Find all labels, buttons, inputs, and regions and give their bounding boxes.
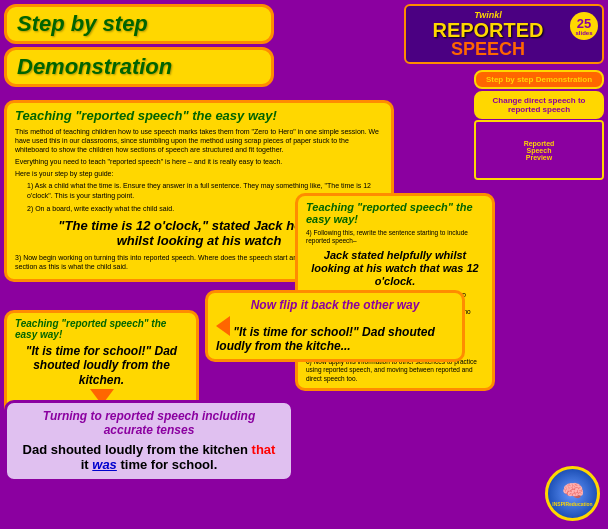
thumbnail-text: ReportedSpeechPreview: [522, 138, 557, 163]
thumbnail-preview: ReportedSpeechPreview: [474, 120, 604, 180]
panel3-heading: Teaching "reported speech" the easy way!: [15, 318, 188, 340]
brain-icon: 🧠: [562, 480, 584, 502]
panel1-para3: Here is your step by step guide:: [15, 169, 383, 178]
inspire-logo: 🧠 INSPIReducation: [545, 466, 600, 521]
was-blue-word: was: [92, 457, 117, 472]
panel-flip-right: Now flip it back the other way "It is ti…: [205, 290, 465, 362]
badge-slides: slides: [575, 30, 592, 36]
panel1-heading: Teaching "reported speech" the easy way!: [15, 108, 383, 123]
thumbnail-inner: ReportedSpeechPreview: [476, 122, 602, 178]
arrow-left-icon: [216, 316, 230, 336]
menu-step-by-step[interactable]: Step by step Demonstration: [474, 70, 604, 89]
title-step-box: Step by step: [4, 4, 274, 44]
panel1-para1: This method of teaching children how to …: [15, 127, 383, 154]
badge-number: 25: [577, 17, 591, 30]
panel3-quote1: "It is time for school!" Dad shouted lou…: [15, 344, 188, 387]
main-title-area: Step by step Demonstration: [4, 4, 274, 87]
top-right-header: Twinkl REPORTED SPEECH 25 slides: [404, 4, 604, 64]
menu-change-direct[interactable]: Change direct speech to reported speech: [474, 91, 604, 119]
header-reported: REPORTED: [410, 20, 566, 40]
header-speech: SPEECH: [410, 40, 566, 58]
title-demo-text: Demonstration: [17, 54, 172, 79]
title-step-text: Step by step: [17, 11, 148, 36]
panel4-heading: Turning to reported speech including acc…: [17, 409, 281, 438]
panel5-heading: Now flip it back the other way: [216, 298, 454, 312]
panel2-step4: 4) Following this, rewrite the sentence …: [306, 229, 484, 246]
that-red-word: that: [252, 442, 276, 457]
panel5-quote: "It is time for school!" Dad shouted lou…: [216, 316, 454, 354]
reported-speech-title: Twinkl REPORTED SPEECH: [410, 10, 566, 58]
inspire-logo-text: INSPIReducation: [552, 502, 592, 508]
panel2-heading: Teaching "reported speech" the easy way!: [306, 201, 484, 225]
panel2-big-quote: Jack stated helpfully whilst looking at …: [306, 249, 484, 289]
slides-badge: 25 slides: [570, 12, 598, 40]
panel4-sentence: Dad shouted loudly from the kitchen that…: [17, 442, 281, 473]
title-demo-box: Demonstration: [4, 47, 274, 87]
panel1-para2: Everything you need to teach "reported s…: [15, 157, 383, 166]
panel-reported-purple: Turning to reported speech including acc…: [4, 400, 294, 482]
